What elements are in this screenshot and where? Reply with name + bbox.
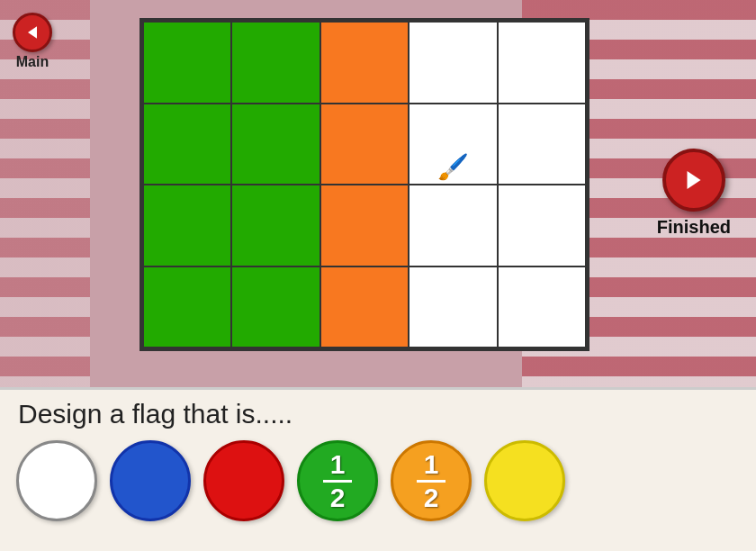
fraction-orange: 1 2 — [417, 451, 446, 511]
main-button[interactable]: Main — [13, 13, 52, 70]
grid-cell[interactable] — [143, 22, 231, 104]
grid-cell[interactable] — [320, 185, 409, 266]
finished-arrow-circle — [662, 149, 725, 212]
finished-button[interactable]: Finished — [657, 149, 731, 238]
top-section: Main Finished — [0, 0, 756, 387]
grid-cell[interactable] — [320, 22, 409, 104]
paintbrush-icon: 🖌️ — [437, 155, 469, 180]
grid-cell[interactable] — [231, 266, 320, 348]
grid-cell[interactable] — [498, 104, 586, 185]
flag-grid[interactable]: 🖌️ — [140, 18, 590, 351]
grid-cell[interactable] — [231, 104, 320, 185]
fraction-green: 1 2 — [323, 451, 352, 511]
grid-cell[interactable] — [320, 266, 409, 348]
grid-cell[interactable] — [409, 22, 497, 104]
grid-row — [143, 185, 586, 266]
color-orange-half[interactable]: 1 2 — [391, 440, 472, 521]
left-arrow-icon — [23, 23, 41, 41]
fraction-numerator: 1 — [330, 451, 346, 478]
grid-row: 🖌️ — [143, 104, 586, 185]
color-red[interactable] — [203, 440, 284, 521]
grid-cell[interactable] — [320, 104, 409, 185]
svg-marker-1 — [687, 171, 700, 189]
finished-button-label: Finished — [657, 217, 731, 238]
color-blue[interactable] — [110, 440, 191, 521]
color-white[interactable] — [16, 440, 97, 521]
grid-cell[interactable] — [143, 266, 231, 348]
grid-cell[interactable] — [143, 185, 231, 266]
grid-row — [143, 22, 586, 104]
grid-cell[interactable] — [409, 185, 497, 266]
grid-cell[interactable] — [498, 22, 586, 104]
grid-cell[interactable] — [498, 185, 586, 266]
main-arrow-circle — [13, 13, 52, 52]
right-arrow-icon — [680, 167, 707, 194]
fraction-denominator: 2 — [330, 484, 346, 511]
bottom-section: Design a flag that is..... 1 2 1 2 — [0, 387, 756, 551]
svg-marker-0 — [28, 26, 37, 38]
grid-row — [143, 266, 586, 348]
instruction-text: Design a flag that is..... — [0, 390, 756, 435]
grid-cell[interactable] — [231, 185, 320, 266]
fraction-numerator: 1 — [424, 451, 439, 478]
grid-cell[interactable] — [498, 266, 586, 348]
color-palette: 1 2 1 2 — [0, 435, 756, 527]
grid-cell-brush[interactable]: 🖌️ — [409, 104, 497, 185]
color-green-half[interactable]: 1 2 — [297, 440, 378, 521]
grid-cell[interactable] — [409, 266, 497, 348]
color-yellow[interactable] — [484, 440, 565, 521]
fraction-denominator: 2 — [424, 484, 439, 511]
grid-table: 🖌️ — [142, 21, 587, 348]
main-button-label: Main — [16, 54, 49, 70]
grid-cell[interactable] — [231, 22, 320, 104]
grid-cell[interactable] — [143, 104, 231, 185]
